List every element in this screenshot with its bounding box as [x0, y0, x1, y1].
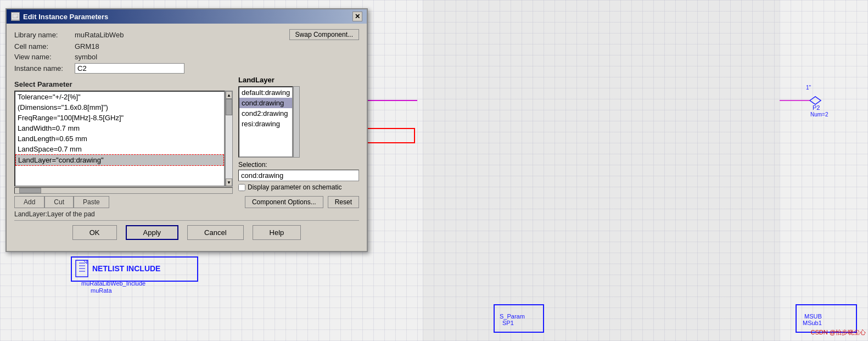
- hint-text: LandLayer:Layer of the pad: [14, 210, 359, 218]
- select-parameter-label: Select Parameter: [14, 80, 233, 88]
- layer-cond-drawing[interactable]: cond:drawing: [239, 98, 292, 108]
- display-param-checkbox[interactable]: [238, 184, 245, 191]
- view-name-label: View name:: [14, 53, 75, 61]
- svg-text:P2: P2: [813, 104, 820, 111]
- instance-name-input[interactable]: [75, 63, 184, 74]
- param-landspace[interactable]: LandSpace=0.7 mm: [15, 144, 224, 154]
- params-scrollbar[interactable]: ▲ ▼: [225, 91, 233, 187]
- dialog-background: S_Param SP1: [423, 0, 780, 341]
- display-param-label: Display parameter on schematic: [248, 183, 341, 191]
- view-name-row: View name: symbol: [14, 53, 359, 61]
- layer-default-drawing[interactable]: default:drawing: [239, 87, 292, 98]
- svg-text:muRata: muRata: [91, 287, 112, 294]
- land-layer-panel: LandLayer default:drawing cond:drawing c…: [238, 76, 359, 194]
- right-buttons: Component Options... Reset: [245, 196, 359, 208]
- dialog-footer: OK Apply Cancel Help: [14, 220, 359, 245]
- edit-instance-dialog: Edit Instance Parameters ✕ Library name:…: [5, 8, 368, 252]
- svg-text:1": 1": [806, 85, 811, 91]
- add-button[interactable]: Add: [14, 196, 44, 208]
- view-name-value: symbol: [75, 53, 359, 61]
- param-landlayer[interactable]: LandLayer="cond:drawing": [15, 154, 224, 166]
- reset-button[interactable]: Reset: [328, 196, 359, 208]
- ok-button[interactable]: OK: [72, 225, 117, 240]
- dialog-titlebar: Edit Instance Parameters ✕: [7, 9, 367, 24]
- scroll-track: [226, 99, 232, 178]
- scroll-down-btn[interactable]: ▼: [226, 178, 232, 186]
- param-dimensions[interactable]: (Dimensions="1.6x0.8[mm]"): [15, 102, 224, 113]
- instance-name-row: Instance name:: [14, 63, 359, 74]
- right-schematic-svg: P2 Num=2 1" MSUB MSub1: [780, 0, 868, 341]
- land-layer-header: LandLayer: [238, 76, 359, 84]
- schematic-right: P2 Num=2 1" MSUB MSub1: [780, 0, 868, 341]
- component-options-button[interactable]: Component Options...: [245, 196, 323, 208]
- actions-row: Add Cut Paste Component Options... Reset: [14, 196, 359, 208]
- param-landlength[interactable]: LandLength=0.65 mm: [15, 133, 224, 144]
- land-layer-scrollbar[interactable]: [293, 86, 300, 158]
- svg-marker-49: [810, 97, 821, 104]
- svg-text:MSUB: MSUB: [804, 313, 822, 320]
- land-layer-list[interactable]: default:drawing cond:drawing cond2:drawi…: [238, 86, 293, 158]
- swap-component-button[interactable]: Swap Component...: [289, 29, 359, 40]
- layer-cond2-drawing[interactable]: cond2:drawing: [239, 108, 292, 119]
- cut-button[interactable]: Cut: [44, 196, 74, 208]
- svg-text:S_Param: S_Param: [500, 313, 525, 320]
- scroll-thumb[interactable]: [226, 99, 232, 115]
- h-scroll-thumb[interactable]: [19, 188, 41, 193]
- cell-name-label: Cell name:: [14, 42, 75, 51]
- scroll-up-btn[interactable]: ▲: [226, 91, 232, 99]
- svg-text:MSub1: MSub1: [803, 320, 822, 326]
- param-landwidth[interactable]: LandWidth=0.7 mm: [15, 123, 224, 133]
- dialog-area-svg: S_Param SP1: [423, 0, 780, 341]
- instance-name-label: Instance name:: [14, 64, 75, 72]
- help-button[interactable]: Help: [253, 225, 301, 240]
- cell-name-row: Cell name: GRM18: [14, 42, 359, 51]
- dialog-icon: [11, 12, 20, 21]
- svg-text:SP1: SP1: [502, 320, 514, 326]
- selection-section: Selection:: [238, 161, 359, 181]
- svg-text:NETLIST INCLUDE: NETLIST INCLUDE: [92, 264, 160, 273]
- selection-input[interactable]: [238, 170, 359, 181]
- dialog-title-left: Edit Instance Parameters: [11, 12, 108, 21]
- param-freqrange[interactable]: FreqRange="100[MHz]-8.5[GHz]": [15, 113, 224, 123]
- svg-text:muRataLibWeb_Include: muRataLibWeb_Include: [81, 280, 145, 287]
- h-scrollbar[interactable]: [14, 187, 233, 194]
- library-name-value: muRataLibWeb: [75, 31, 267, 39]
- selection-label: Selection:: [238, 161, 359, 169]
- library-name-label: Library name:: [14, 31, 75, 39]
- library-name-row: Library name: muRataLibWeb Swap Componen…: [14, 29, 359, 40]
- apply-button[interactable]: Apply: [126, 225, 179, 240]
- parameters-list[interactable]: Tolerance="+/-2[%]" (Dimensions="1.6x0.8…: [14, 91, 225, 187]
- param-tolerance[interactable]: Tolerance="+/-2[%]": [15, 92, 224, 102]
- watermark: CSDN @怡步晓尘心: [811, 328, 866, 337]
- svg-text:Num=2: Num=2: [810, 111, 828, 118]
- cell-name-value: GRM18: [75, 42, 359, 51]
- layer-resi-drawing[interactable]: resi:drawing: [239, 119, 292, 129]
- paste-button[interactable]: Paste: [74, 196, 109, 208]
- dialog-title: Edit Instance Parameters: [23, 13, 108, 21]
- display-param-row: Display parameter on schematic: [238, 183, 359, 191]
- close-button[interactable]: ✕: [352, 12, 362, 21]
- cancel-button[interactable]: Cancel: [187, 225, 243, 240]
